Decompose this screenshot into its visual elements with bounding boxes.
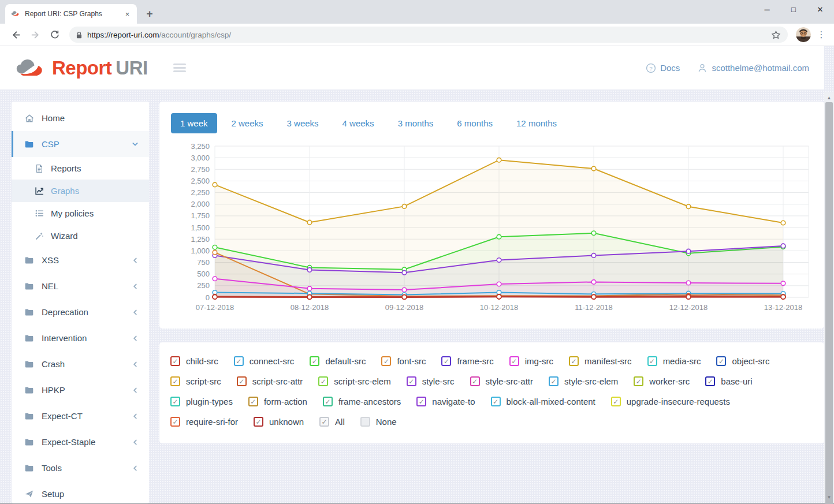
directive-toggle-all[interactable]: ✓All (319, 417, 345, 427)
directive-toggle-manifest-src[interactable]: ✓manifest-src (569, 356, 632, 366)
sidebar-item-csp[interactable]: CSP (12, 131, 149, 157)
directive-toggle-default-src[interactable]: ✓default-src (310, 356, 366, 366)
checkbox-script-src-attr[interactable]: ✓ (237, 376, 247, 386)
forward-icon[interactable] (27, 27, 43, 43)
sidebar-item-intervention[interactable]: Intervention (12, 325, 149, 351)
directive-toggle-script-src-attr[interactable]: ✓script-src-attr (237, 376, 303, 386)
range-tab-6-months[interactable]: 6 months (448, 113, 502, 133)
sidebar-item-reports[interactable]: Reports (12, 157, 149, 180)
directive-toggle-frame-src[interactable]: ✓frame-src (441, 356, 493, 366)
directive-toggle-font-src[interactable]: ✓font-src (381, 356, 426, 366)
sidebar-item-tools[interactable]: Tools (12, 455, 149, 481)
sidebar-item-xss[interactable]: XSS (12, 247, 149, 273)
browser-menu-icon[interactable]: ⋮ (814, 28, 828, 42)
browser-tab[interactable]: Report URI: CSP Graphs × (5, 4, 137, 24)
checkbox-font-src[interactable]: ✓ (381, 356, 391, 366)
directive-toggle-media-src[interactable]: ✓media-src (647, 356, 701, 366)
checkbox-form-action[interactable]: ✓ (248, 397, 258, 406)
minimize-button[interactable]: ─ (754, 0, 780, 18)
scrollbar-thumb[interactable] (825, 102, 833, 504)
url-bar[interactable]: https://report-uri.com/account/graphs/cs… (69, 27, 788, 43)
docs-link[interactable]: ? Docs (646, 63, 680, 73)
checkbox-all[interactable]: ✓ (319, 417, 329, 427)
range-tab-12-months[interactable]: 12 months (507, 113, 566, 133)
checkbox-worker-src[interactable]: ✓ (634, 376, 643, 386)
checkbox-upgrade-insecure-requests[interactable]: ✓ (611, 397, 621, 406)
checkbox-require-sri-for[interactable]: ✓ (170, 417, 180, 427)
scroll-down-icon[interactable]: ▼ (824, 493, 834, 501)
range-tab-1-week[interactable]: 1 week (171, 113, 217, 133)
checkbox-img-src[interactable]: ✓ (509, 356, 519, 366)
range-tab-3-months[interactable]: 3 months (389, 113, 443, 133)
range-tab-2-weeks[interactable]: 2 weeks (222, 113, 273, 133)
scroll-up-icon[interactable]: ▲ (824, 94, 834, 102)
checkbox-manifest-src[interactable]: ✓ (569, 356, 579, 366)
checkbox-none[interactable] (360, 417, 370, 427)
page-scrollbar[interactable]: ▲ ▼ (824, 92, 834, 503)
reload-icon[interactable] (47, 27, 63, 43)
directive-toggle-require-sri-for[interactable]: ✓require-sri-for (170, 417, 238, 427)
directive-toggle-form-action[interactable]: ✓form-action (248, 397, 307, 406)
sidebar-item-crash[interactable]: Crash (12, 351, 149, 377)
directive-toggle-script-src[interactable]: ✓script-src (170, 376, 221, 386)
profile-avatar[interactable] (796, 27, 811, 42)
checkbox-connect-src[interactable]: ✓ (234, 356, 244, 366)
maximize-button[interactable]: □ (780, 0, 807, 18)
directive-toggle-plugin-types[interactable]: ✓plugin-types (170, 397, 233, 406)
directive-toggle-img-src[interactable]: ✓img-src (509, 356, 553, 366)
sidebar-item-setup[interactable]: Setup (12, 481, 149, 503)
checkbox-style-src-attr[interactable]: ✓ (470, 376, 480, 386)
directive-toggle-navigate-to[interactable]: ✓navigate-to (416, 397, 475, 406)
range-tab-3-weeks[interactable]: 3 weeks (278, 113, 328, 133)
directive-toggle-none[interactable]: None (360, 417, 397, 427)
directive-toggle-unknown[interactable]: ✓unknown (254, 417, 304, 427)
checkbox-style-src-elem[interactable]: ✓ (549, 376, 559, 386)
directive-toggle-upgrade-insecure-requests[interactable]: ✓upgrade-insecure-requests (611, 397, 730, 406)
directive-toggle-style-src-attr[interactable]: ✓style-src-attr (470, 376, 534, 386)
back-icon[interactable] (8, 27, 24, 43)
reporturi-logo[interactable]: ReportURI (15, 57, 148, 79)
directive-toggle-child-src[interactable]: ✓child-src (170, 356, 218, 366)
checkbox-child-src[interactable]: ✓ (170, 356, 180, 366)
sidebar-item-nel[interactable]: NEL (12, 273, 149, 299)
sidebar-item-expect-staple[interactable]: Expect-Staple (12, 429, 149, 455)
directive-toggle-block-all-mixed-content[interactable]: ✓block-all-mixed-content (491, 397, 595, 406)
sidebar-item-graphs[interactable]: Graphs (12, 180, 149, 202)
checkbox-base-uri[interactable]: ✓ (705, 376, 715, 386)
directive-toggle-connect-src[interactable]: ✓connect-src (234, 356, 295, 366)
directive-label: upgrade-insecure-requests (627, 397, 730, 406)
directive-toggle-style-src[interactable]: ✓style-src (407, 376, 455, 386)
sidebar-item-wizard[interactable]: Wizard (12, 225, 149, 247)
range-tab-4-weeks[interactable]: 4 weeks (333, 113, 384, 133)
close-button[interactable]: ✕ (807, 0, 833, 18)
checkbox-block-all-mixed-content[interactable]: ✓ (491, 397, 501, 406)
tab-close-icon[interactable]: × (122, 9, 132, 19)
checkbox-plugin-types[interactable]: ✓ (170, 397, 180, 406)
directive-toggle-worker-src[interactable]: ✓worker-src (634, 376, 690, 386)
directive-toggle-frame-ancestors[interactable]: ✓frame-ancestors (323, 397, 401, 406)
hamburger-menu-icon[interactable] (170, 60, 189, 76)
checkbox-script-src-elem[interactable]: ✓ (318, 376, 328, 386)
checkbox-frame-ancestors[interactable]: ✓ (323, 397, 333, 406)
plane-icon (24, 489, 35, 499)
sidebar-item-home[interactable]: Home (12, 105, 149, 131)
sidebar-item-my-policies[interactable]: My policies (12, 202, 149, 225)
checkbox-script-src[interactable]: ✓ (170, 376, 180, 386)
directive-toggle-script-src-elem[interactable]: ✓script-src-elem (318, 376, 390, 386)
sidebar-item-expect-ct[interactable]: Expect-CT (12, 403, 149, 429)
checkbox-unknown[interactable]: ✓ (254, 417, 263, 427)
checkbox-media-src[interactable]: ✓ (647, 356, 657, 366)
new-tab-button[interactable]: + (142, 6, 158, 22)
checkbox-frame-src[interactable]: ✓ (441, 356, 451, 366)
directive-toggle-object-src[interactable]: ✓object-src (716, 356, 769, 366)
directive-toggle-style-src-elem[interactable]: ✓style-src-elem (549, 376, 618, 386)
sidebar-item-deprecation[interactable]: Deprecation (12, 299, 149, 325)
bookmark-star-icon[interactable] (771, 30, 781, 40)
sidebar-item-hpkp[interactable]: HPKP (12, 377, 149, 403)
directive-toggle-base-uri[interactable]: ✓base-uri (705, 376, 752, 386)
checkbox-object-src[interactable]: ✓ (716, 356, 726, 366)
checkbox-default-src[interactable]: ✓ (310, 356, 319, 366)
account-link[interactable]: scotthelme@hotmail.com (697, 63, 809, 73)
checkbox-style-src[interactable]: ✓ (407, 376, 416, 386)
checkbox-navigate-to[interactable]: ✓ (416, 397, 426, 406)
